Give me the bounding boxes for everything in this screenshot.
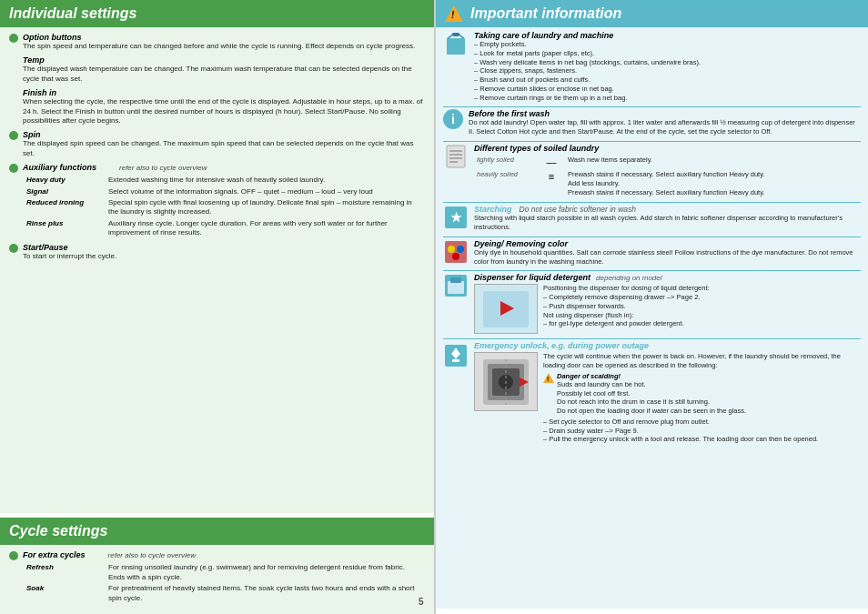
warning-triangle-icon: [445, 5, 463, 22]
emergency-image: [474, 352, 538, 411]
starching-subtitle: Do not use fabric softener in wash: [520, 205, 637, 214]
svg-rect-3: [452, 33, 459, 36]
starching-text: Starching with liquid starch possible in…: [474, 214, 861, 232]
cycle-settings-title: Cycle settings: [9, 523, 107, 539]
svg-rect-0: [447, 38, 465, 55]
before-first-wash-text: Do not add laundry! Open water tap, fill…: [469, 118, 861, 136]
emergency-text: The cycle will continue when the power i…: [543, 352, 861, 370]
aux-text-0: Extended washing time for intensive wash…: [105, 175, 425, 186]
finish-in-section: Finish in When selecting the cycle, the …: [9, 88, 425, 126]
table-row: lightly soiled — Wash new items separate…: [474, 155, 861, 169]
divider-3: [443, 202, 861, 203]
starching-icon: ★: [443, 205, 469, 230]
emergency-section: Emergency unlock, e.g. during power outa…: [443, 341, 861, 444]
soil-text-1: Prewash stains if necessary. Select auxi…: [565, 169, 861, 197]
info-circle-icon: i: [443, 109, 463, 129]
cycle-settings-content: For extra cycles refer also to cycle ove…: [0, 545, 434, 614]
taking-care-title: Taking care of laundry and machine: [474, 31, 861, 40]
auxiliary-title: Auxiliary functions: [23, 163, 96, 172]
right-panel: Important information Taking care of lau…: [434, 0, 868, 614]
aux-label-3: Rinse plus: [23, 218, 105, 239]
important-information-header: Important information: [436, 0, 868, 27]
finish-in-text: When selecting the cycle, the respective…: [23, 97, 425, 126]
option-buttons-title: Option buttons: [23, 33, 425, 42]
aux-text-2: Special spin cycle with final loosening …: [105, 197, 425, 218]
startpause-title: Start/Pause: [23, 243, 425, 252]
soil-label-1: heavily soiled: [474, 169, 538, 197]
divider-4: [443, 237, 861, 237]
auxiliary-table: Heavy duty Extended washing time for int…: [23, 175, 425, 238]
extra-label-1: Soak: [23, 583, 105, 604]
extra-text-0: For rinsing unsoiled laundry (e.g. swimw…: [105, 562, 425, 583]
svg-point-12: [448, 246, 455, 253]
table-row: Heavy duty Extended washing time for int…: [23, 175, 425, 186]
extra-label-0: Refresh: [23, 562, 105, 583]
dyeing-section: Dyeing/ Removing color Only dye in house…: [443, 239, 861, 267]
aux-text-1: Select volume of the information signals…: [105, 186, 425, 197]
starching-section: ★ Starching Do not use fabric softener i…: [443, 205, 861, 232]
dispenser-text: Positioning the dispenser for dosing of …: [543, 284, 710, 334]
svg-rect-4: [447, 146, 465, 167]
option-buttons-text: The spin speed and temperature can be ch…: [23, 42, 425, 51]
spin-text: The displayed spin speed can be changed.…: [23, 139, 425, 158]
table-row: Reduced ironing Special spin cycle with …: [23, 197, 425, 218]
extra-cycles-table: Refresh For rinsing unsoiled laundry (e.…: [23, 562, 425, 604]
dyeing-icon: [443, 239, 469, 265]
spin-bullet: [9, 131, 18, 140]
emergency-title: Emergency unlock, e.g. during power outa…: [474, 341, 861, 350]
auxiliary-refer: refer also to cycle overview: [119, 164, 207, 172]
taking-care-section: Taking care of laundry and machine – Emp…: [443, 31, 861, 102]
divider-1: [443, 106, 861, 107]
aux-label-1: Signal: [23, 186, 105, 197]
left-page-number: 5: [419, 597, 424, 607]
important-information-title: Important information: [470, 5, 621, 22]
soiled-laundry-title: Different types of soiled laundry: [474, 144, 861, 153]
divider-5: [443, 270, 861, 271]
startpause-section: Start/Pause To start or interrupt the cy…: [9, 243, 425, 261]
spin-section: Spin The displayed spin speed can be cha…: [9, 130, 425, 158]
startpause-text: To start or interrupt the cycle.: [23, 252, 425, 261]
divider-2: [443, 141, 861, 142]
svg-point-14: [452, 253, 459, 260]
finish-in-title: Finish in: [23, 88, 425, 97]
table-row: Soak For pretreatment of heavily stained…: [23, 583, 425, 604]
extra-cycles-refer: refer also to cycle overview: [108, 551, 196, 559]
dyeing-text: Only dye in household quantities. Salt c…: [474, 248, 861, 267]
warning-text: Suds and laundry can be hot. Possibly le…: [557, 380, 746, 416]
dyeing-title: Dyeing/ Removing color: [474, 239, 861, 248]
before-first-wash-section: i Before the first wash Do not add laund…: [443, 109, 861, 136]
soil-symbol-1: ≡: [538, 169, 565, 197]
shirt-icon: [443, 31, 469, 56]
table-row: Signal Select volume of the information …: [23, 186, 425, 197]
soil-text-0: Wash new items separately.: [565, 155, 861, 169]
dispenser-title: Dispenser for liquid detergent: [474, 273, 590, 282]
emergency-warning: Danger of scalding! Suds and laundry can…: [543, 372, 861, 416]
soiled-laundry-section: Different types of soiled laundry lightl…: [443, 144, 861, 198]
aux-label-0: Heavy duty: [23, 175, 105, 186]
dispenser-arrow-icon: [500, 301, 514, 316]
warning-small-icon: [543, 373, 554, 383]
soil-symbol-0: —: [538, 155, 565, 169]
table-row: Refresh For rinsing unsoiled laundry (e.…: [23, 562, 425, 583]
startpause-bullet: [9, 244, 18, 253]
individual-settings-header: Individual settings: [0, 0, 434, 27]
extra-text-1: For pretreatment of heavily stained item…: [105, 583, 425, 604]
emergency-icon: [443, 343, 469, 368]
doc-icon: [443, 144, 469, 169]
soil-table: lightly soiled — Wash new items separate…: [474, 155, 861, 198]
right-content-area: Taking care of laundry and machine – Emp…: [436, 27, 868, 609]
emergency-steps: – Set cycle selector to Off and remove p…: [543, 418, 861, 444]
extra-cycles-section: For extra cycles refer also to cycle ove…: [9, 550, 425, 604]
extra-cycles-title: For extra cycles: [23, 550, 86, 559]
individual-settings-title: Individual settings: [9, 5, 136, 21]
cycle-settings-header: Cycle settings: [0, 518, 434, 545]
before-first-wash-title: Before the first wash: [469, 109, 861, 118]
auxiliary-bullet: [9, 164, 18, 173]
svg-text:★: ★: [450, 210, 462, 225]
option-buttons-bullet: [9, 34, 18, 43]
dispenser-icon: [443, 273, 469, 298]
divider-6: [443, 338, 861, 339]
svg-rect-17: [450, 277, 461, 283]
svg-point-13: [457, 246, 464, 253]
table-row: heavily soiled ≡ Prewash stains if neces…: [474, 169, 861, 197]
